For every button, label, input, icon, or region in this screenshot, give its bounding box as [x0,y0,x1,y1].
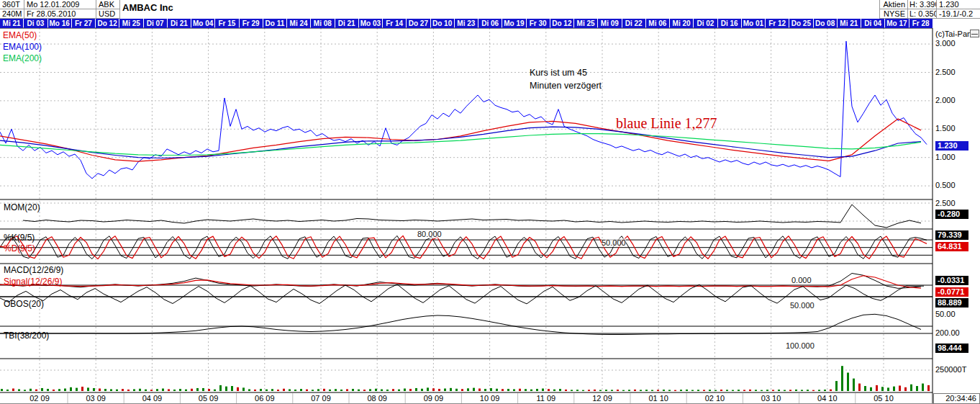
minimize-icon[interactable] [970,30,979,37]
volume-bar [645,390,648,391]
month-label: 04 09 [130,394,173,403]
volume-bar [795,390,797,391]
date-cell: Mi 25 [119,19,142,28]
volume-bar [277,390,279,391]
value-badge: -0.0771 [935,287,968,297]
volume-bar [317,389,319,391]
volume-bar [415,388,417,391]
legend-obos: OBOS(20) [4,299,44,309]
volume-bar [916,386,918,391]
volume-bar [99,389,101,391]
volume-bar [910,385,912,391]
volume-bar [237,387,239,391]
currency: USD [96,9,120,19]
volume-bar [392,389,394,391]
legend-signal: Signal(12/26/9) [4,277,62,287]
volume-bar [709,390,711,391]
date-cell: Di 03 [24,19,47,28]
month-label: 10 09 [468,394,512,403]
period-top: 360T [0,0,24,9]
volume-bar [738,390,740,391]
volume-bar [513,389,515,391]
volume-bar [749,390,751,391]
date-cell: Fr 30 [527,19,550,28]
date-cell: Do 12 [550,19,573,28]
level-label: 50.000 [602,238,626,247]
volume-bar [208,389,210,391]
volume-bar [818,390,820,391]
date-cell: Fr 27 [72,19,95,28]
volume-bar [404,389,406,391]
month-label: 06 09 [243,394,286,403]
month-label: 02 09 [18,394,61,403]
date-cell: Mo 01 [742,19,765,28]
date-cell: Di 21 [335,19,358,28]
volume-bar [156,389,158,391]
value-badge: -0.280 [935,210,968,219]
volume-bar [58,389,60,391]
volume-bar [824,390,826,391]
date-cell: Mo 04 [191,19,214,28]
volume-bar [496,389,498,391]
date-cell: Di 02 [694,19,717,28]
volume-bar [6,390,9,391]
axis-tick-label: 1.000 [935,153,956,161]
volume-bar [386,390,389,391]
volume-bar [605,390,607,391]
month-label: 03 09 [74,394,117,403]
volume-bar [168,389,170,391]
volume-bar [617,390,619,391]
instrument-title: AMBAC Inc [122,2,173,13]
value-badge: 79.339 [935,230,968,240]
volume-bar [893,387,895,391]
volume-bar [812,390,815,391]
volume-bar [703,390,705,391]
volume-bar [104,389,106,391]
volume-bar [922,384,924,391]
date-cell: Mi 06 [646,19,669,28]
date-cell: Mi 09 [598,19,621,28]
volume-bar [490,388,492,391]
volume-bar [686,390,688,391]
chart-canvas[interactable] [0,0,980,404]
date-range-end: Fr 28.05.2010 [24,9,96,19]
volume-bar [219,385,222,391]
axis-tick-label: 50.00 [935,310,956,318]
volume-bar [70,387,72,391]
volume-bar [196,388,199,391]
axis-tick-label: 2.500 [935,199,956,207]
volume-bar [352,389,354,391]
month-label: 11 09 [525,394,568,403]
volume-bar [536,389,538,391]
date-cell: Mi 24 [287,19,310,28]
volume-bar [133,389,135,391]
date-cell: Mi 25 [574,19,597,28]
change-value: -19.1/-0.2 [937,9,980,19]
value-badge: -0.0331 [935,276,968,285]
volume-bar [254,390,256,391]
date-cell: Mo 17 [885,19,908,28]
volume-bar [30,389,32,391]
volume-bar [732,390,734,391]
volume-bar [835,381,838,391]
date-bar: Mi 21Di 03Mo 16Fr 27Do 12Mi 25Di 07Di 21… [0,19,933,28]
volume-bar [634,390,636,391]
delay-annotation-line1: Kurs ist um 45 [530,66,602,79]
market-type: Aktien [879,0,908,9]
delay-annotation-line2: Minuten verzögert [530,79,602,92]
volume-bar [145,390,147,391]
date-cell: Do 25 [789,19,812,28]
volume-bar [294,390,296,391]
volume-bar [864,386,866,391]
volume-bar [421,389,423,391]
volume-bar [18,389,20,391]
date-cell: Mi 21 [838,19,861,28]
ticker-symbol: ABK [96,0,120,9]
date-cell: Fr 15 [215,19,238,28]
volume-bar [300,389,302,391]
blue-line-annotation: blaue Linie 1,277 [616,115,717,132]
volume-bar [335,389,337,391]
volume-bar [444,389,446,391]
volume-bar [47,389,49,391]
volume-bar [622,390,625,391]
